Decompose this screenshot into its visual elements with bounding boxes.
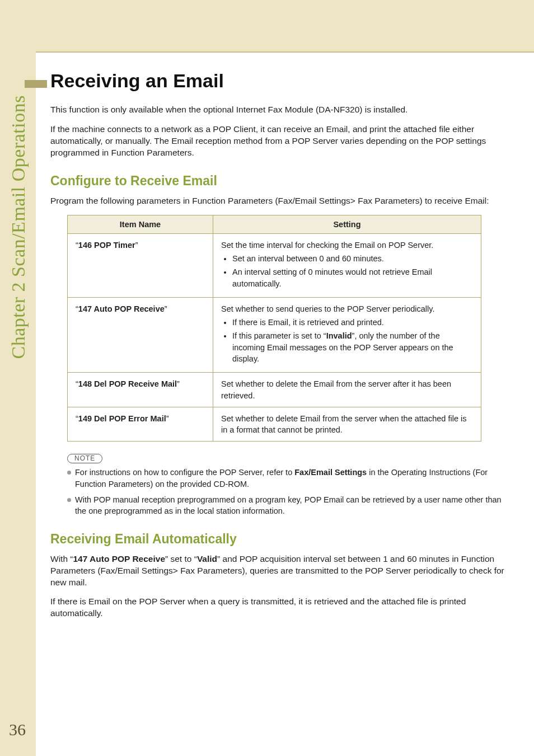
bold-text: Valid — [197, 554, 217, 564]
page-root: Chapter 2 Scan/Email Operations 36 Recei… — [0, 0, 534, 756]
item-name: 146 POP Timer — [78, 241, 135, 250]
section-heading-auto: Receiving Email Automatically — [50, 532, 509, 547]
item-name: 148 Del POP Receive Mail — [78, 379, 177, 388]
item-name-cell: “147 Auto POP Receive” — [68, 297, 213, 372]
setting-cell: Set whether to delete Email from the ser… — [213, 407, 481, 442]
table-header-item: Item Name — [68, 215, 213, 233]
setting-lead: Set the time interval for checking the E… — [221, 241, 433, 250]
note-item: For instructions on how to configure the… — [67, 467, 509, 490]
auto-paragraph-2: If there is Email on the POP Server when… — [50, 596, 509, 619]
note-badge: NOTE — [67, 454, 102, 463]
parameters-table: Item Name Setting “146 POP Timer” Set th… — [67, 215, 481, 442]
chapter-side-label-text: Chapter 2 Scan/Email Operations — [7, 95, 30, 359]
table-row: “146 POP Timer” Set the time interval fo… — [68, 233, 481, 297]
bold-text: Fax/Email Settings — [294, 468, 367, 477]
setting-bullet: Set an interval between 0 and 60 minutes… — [232, 253, 473, 264]
setting-cell: Set whether to delete the Email from the… — [213, 373, 481, 407]
setting-bullet: If this parameter is set to “Invalid”, o… — [232, 330, 473, 364]
header-background — [0, 0, 534, 51]
setting-cell: Set whether to send queries to the POP S… — [213, 297, 481, 372]
configure-paragraph: Program the following parameters in Func… — [50, 195, 509, 207]
section-heading-configure: Configure to Receive Email — [50, 173, 509, 189]
intro-paragraph-2: If the machine connects to a network as … — [50, 124, 509, 159]
table-header-row: Item Name Setting — [68, 215, 481, 233]
auto-paragraph-1: With “147 Auto POP Receive” set to “Vali… — [50, 553, 509, 589]
content-area: Receiving an Email This function is only… — [50, 70, 509, 627]
notes-list: For instructions on how to configure the… — [50, 467, 509, 516]
chapter-side-label: Chapter 2 Scan/Email Operations — [3, 95, 30, 476]
item-name-cell: “149 Del POP Error Mail” — [68, 407, 213, 442]
page-title: Receiving an Email — [50, 70, 509, 92]
note-item: With POP manual reception preprogrammed … — [67, 494, 509, 517]
table-row: “147 Auto POP Receive” Set whether to se… — [68, 297, 481, 372]
setting-cell: Set the time interval for checking the E… — [213, 233, 481, 297]
table-row: “149 Del POP Error Mail” Set whether to … — [68, 407, 481, 442]
bold-text: 147 Auto POP Receive — [73, 554, 165, 564]
item-name: 149 Del POP Error Mail — [78, 414, 166, 423]
heading-accent-bar — [25, 80, 47, 88]
item-name-cell: “146 POP Timer” — [68, 233, 213, 297]
bold-text: Invalid — [326, 331, 352, 340]
page-number: 36 — [9, 720, 26, 739]
setting-bullet: An interval setting of 0 minutes would n… — [232, 266, 473, 289]
header-rule — [0, 51, 534, 53]
intro-paragraph-1: This function is only available when the… — [50, 104, 509, 116]
item-name-cell: “148 Del POP Receive Mail” — [68, 373, 213, 407]
item-name: 147 Auto POP Receive — [78, 304, 165, 313]
table-header-setting: Setting — [213, 215, 481, 233]
setting-lead: Set whether to send queries to the POP S… — [221, 304, 435, 313]
table-row: “148 Del POP Receive Mail” Set whether t… — [68, 373, 481, 407]
setting-bullet: If there is Email, it is retrieved and p… — [232, 317, 473, 328]
